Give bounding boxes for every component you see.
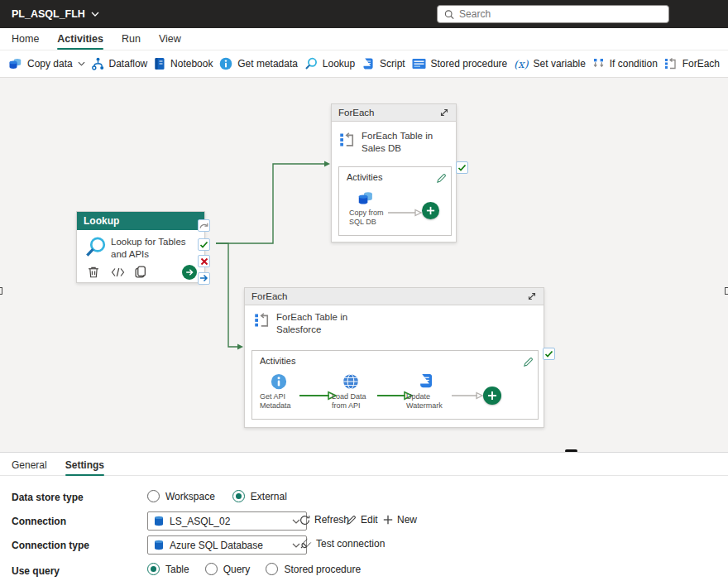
pipeline-name-menu[interactable]: PL_ASQL_FLH [12,8,99,20]
update-watermark-label: Update Watermark [406,392,452,411]
query-radio[interactable] [205,563,218,575]
foreach-salesforce-activities-box[interactable]: Activities Get API Metadata Load Data fr… [251,350,539,420]
tab-activities[interactable]: Activities [57,28,103,50]
foreach-button[interactable]: ForEach [664,57,720,70]
add-activity-button[interactable] [422,202,439,219]
search-input[interactable] [459,8,662,20]
dataflow-button[interactable]: Dataflow [92,57,148,70]
refresh-button[interactable]: Refresh [299,514,349,526]
dataflow-label: Dataflow [109,58,148,70]
foreach-icon [254,312,271,329]
foreach-sales-header-label: ForEach [338,108,374,118]
lookup-title: Lookup for Tables and APIs [111,236,194,261]
tab-run[interactable]: Run [122,28,141,50]
notebook-button[interactable]: Notebook [154,57,213,70]
connection-dropdown[interactable]: LS_ASQL_02 [147,511,307,531]
set-variable-button[interactable]: (x) Set variable [514,58,586,70]
stored-procedure-button[interactable]: Stored procedure [412,58,508,70]
port-success-icon[interactable] [198,238,210,251]
title-bar: PL_ASQL_FLH [0,0,728,28]
stored-procedure-radio[interactable] [266,563,278,575]
lookup-icon [84,236,107,258]
copy-data-icon[interactable] [357,190,374,206]
dataflow-icon [92,57,104,70]
activities-label: Activities [260,356,295,366]
collapse-icon[interactable] [527,291,537,301]
foreach-salesforce-header-label: ForEach [251,291,287,301]
lookup-icon [304,57,318,70]
edit-activities-icon[interactable] [436,172,447,187]
lookup-button[interactable]: Lookup [304,57,355,70]
tab-view[interactable]: View [159,28,181,50]
pipeline-canvas[interactable]: ForEach ForEach Table in Sales DB Activi… [0,78,728,452]
globe-icon[interactable] [342,373,359,390]
table-radio[interactable] [147,563,160,575]
code-icon[interactable] [111,267,125,277]
set-variable-label: Set variable [534,58,586,70]
lookup-header-label: Lookup [84,215,119,227]
script-icon [362,57,375,70]
canvas-edge-mark-left [0,287,2,295]
copy-data-button[interactable]: Copy data [8,57,85,70]
port-fail-icon[interactable] [198,255,210,267]
check-icon [544,349,553,358]
foreach-sales-checkbox[interactable] [456,161,468,174]
foreach-sales-title: ForEach Table in Sales DB [362,130,448,155]
test-connection-button[interactable]: Test connection [299,538,385,550]
query-radio-label: Query [223,564,251,575]
foreach-salesforce-checkbox[interactable] [543,348,555,360]
lookup-label: Lookup [323,58,355,70]
get-metadata-icon[interactable] [271,373,287,390]
collapse-icon[interactable] [439,108,449,118]
port-skip-icon[interactable] [198,219,210,232]
database-icon [154,540,164,550]
new-button[interactable]: New [383,514,417,526]
tab-settings[interactable]: Settings [65,454,104,476]
if-condition-label: If condition [610,58,658,70]
search-box[interactable] [437,5,669,23]
next-activity-button[interactable] [182,265,197,280]
plus-icon [383,515,393,525]
clone-icon[interactable] [135,266,146,278]
activities-toolbar: Copy data Dataflow Notebook Get metadata… [0,50,728,78]
notebook-icon [154,57,165,70]
edit-icon [346,515,357,526]
workspace-radio-label: Workspace [165,491,215,502]
edit-activities-icon[interactable] [523,356,534,371]
port-completion-icon[interactable] [198,272,210,285]
copy-data-label: Copy data [27,58,73,70]
if-condition-button[interactable]: If condition [592,58,658,70]
foreach-label: ForEach [682,58,720,70]
foreach-salesforce-header: ForEach [245,288,544,305]
foreach-salesforce-node[interactable]: ForEach ForEach Table in Salesforce Acti… [244,287,544,428]
plug-icon [299,538,312,550]
table-radio-label: Table [165,564,189,575]
tab-home[interactable]: Home [12,28,39,50]
set-variable-icon: (x) [514,58,528,70]
foreach-sales-node[interactable]: ForEach ForEach Table in Sales DB Activi… [331,103,457,242]
edit-button[interactable]: Edit [346,514,378,526]
script-button[interactable]: Script [362,57,405,70]
lookup-node[interactable]: Lookup Lookup for Tables and APIs [76,211,205,283]
connection-value: LS_ASQL_02 [170,516,286,527]
connection-type-label: Connection type [12,540,89,551]
database-icon [154,516,164,526]
connection-label: Connection [12,516,66,527]
flow-arrow-gray [451,391,484,401]
workspace-radio[interactable] [147,490,160,502]
add-activity-button[interactable] [483,387,501,405]
stored-procedure-icon [412,58,426,70]
connection-type-dropdown[interactable]: Azure SQL Database [147,535,307,555]
test-connection-label: Test connection [316,538,385,550]
script-icon[interactable] [418,372,434,389]
external-radio[interactable] [232,490,245,502]
foreach-salesforce-title: ForEach Table in Salesforce [276,311,392,336]
delete-icon[interactable] [88,266,99,278]
load-data-from-api-label: Load Data from API [332,392,375,411]
get-metadata-button[interactable]: Get metadata [219,57,298,70]
use-query-label: Use query [12,565,60,577]
copy-from-sql-db-label: Copy from SQL DB [349,209,389,228]
check-icon [457,163,467,172]
foreach-sales-activities-box[interactable]: Activities Copy from SQL DB [338,166,452,236]
tab-general[interactable]: General [12,454,47,476]
